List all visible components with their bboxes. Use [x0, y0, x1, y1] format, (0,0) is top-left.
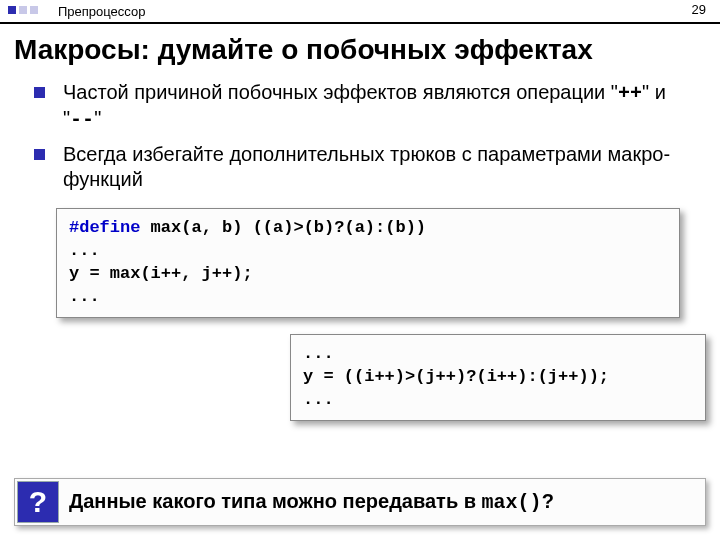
- bullet-list: Частой причиной побочных эффектов являют…: [34, 80, 690, 192]
- question-text: Данные какого типа можно передавать в ma…: [69, 490, 554, 514]
- question-mark-icon: ?: [17, 481, 59, 523]
- square-icon: [8, 6, 16, 14]
- code-block-expanded: ... y = ((i++)>(j++)?(i++):(j++)); ...: [290, 334, 706, 421]
- slide-header: Препроцессор 29: [0, 0, 720, 24]
- bullet-text: Всегда избегайте дополнительных трюков с…: [63, 142, 690, 192]
- question-callout: ? Данные какого типа можно передавать в …: [14, 478, 706, 526]
- square-icon: [30, 6, 38, 14]
- breadcrumb: Препроцессор: [58, 4, 145, 19]
- bullet-item: Частой причиной побочных эффектов являют…: [34, 80, 690, 132]
- bullet-icon: [34, 149, 45, 160]
- bullet-icon: [34, 87, 45, 98]
- header-decoration: [8, 6, 38, 14]
- square-icon: [19, 6, 27, 14]
- bullet-text: Частой причиной побочных эффектов являют…: [63, 80, 690, 132]
- bullet-item: Всегда избегайте дополнительных трюков с…: [34, 142, 690, 192]
- page-number: 29: [692, 2, 706, 17]
- code-block-define: #define max(a, b) ((a)>(b)?(a):(b)) ... …: [56, 208, 680, 318]
- slide-title: Макросы: думайте о побочных эффектах: [14, 34, 706, 66]
